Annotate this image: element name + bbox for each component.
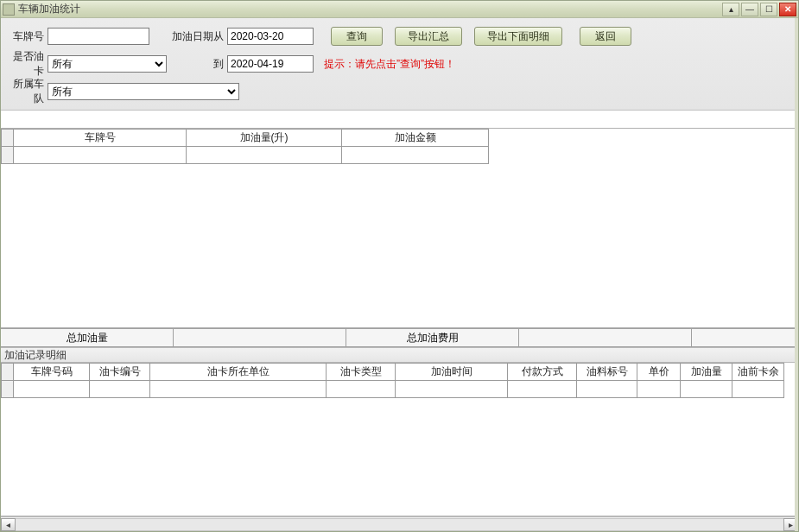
col-amount[interactable]: 加油金额 — [342, 130, 489, 147]
scroll-track[interactable] — [16, 518, 783, 531]
total-cost-label: 总加油费用 — [346, 329, 519, 346]
back-button[interactable]: 返回 — [580, 27, 631, 46]
detail-section-title: 加油记录明细 — [1, 347, 798, 363]
total-volume-label: 总加油量 — [1, 329, 174, 346]
titlebar: 车辆加油统计 ▴ ― ☐ ✕ — [1, 1, 798, 18]
dcol-price[interactable]: 单价 — [637, 364, 681, 381]
fuelcard-label: 是否油卡 — [6, 49, 48, 79]
fuelcard-select[interactable]: 所有 — [48, 55, 167, 73]
col-volume[interactable]: 加油量(升) — [187, 130, 342, 147]
date-from-label: 加油日期从 — [158, 29, 227, 44]
dcol-plate[interactable]: 车牌号码 — [14, 364, 90, 381]
export-detail-button[interactable]: 导出下面明细 — [474, 27, 562, 46]
total-cost-value — [519, 329, 692, 346]
horizontal-scrollbar[interactable]: ◂ ▸ — [1, 516, 798, 531]
window-maximize-button[interactable]: ☐ — [760, 3, 777, 16]
fleet-select[interactable]: 所有 — [48, 83, 239, 100]
totals-row: 总加油量 总加油费用 — [1, 328, 798, 347]
summary-grid[interactable]: 车牌号 加油量(升) 加油金额 — [1, 128, 798, 328]
row-header-corner — [2, 130, 14, 147]
dcol-grade[interactable]: 油料标号 — [577, 364, 637, 381]
dcol-time[interactable]: 加油时间 — [396, 364, 508, 381]
detail-grid[interactable]: 车牌号码 油卡编号 油卡所在单位 油卡类型 加油时间 付款方式 油料标号 单价 … — [1, 363, 798, 516]
date-to-input[interactable] — [227, 55, 314, 73]
dcol-cardunit[interactable]: 油卡所在单位 — [150, 364, 327, 381]
window-title: 车辆加油统计 — [18, 2, 80, 16]
window-close-button[interactable]: ✕ — [779, 3, 796, 16]
dcol-cardtype[interactable]: 油卡类型 — [327, 364, 396, 381]
query-button[interactable]: 查询 — [331, 27, 383, 46]
table-row[interactable] — [2, 147, 489, 164]
date-to-label: 到 — [158, 57, 227, 72]
plate-label: 车牌号 — [6, 29, 48, 44]
filter-panel: 车牌号 加油日期从 查询 导出汇总 导出下面明细 返回 是否油卡 所有 到 提示… — [1, 18, 798, 111]
app-icon — [3, 3, 15, 16]
window-restore-up-button[interactable]: ▴ — [722, 3, 739, 16]
plate-input[interactable] — [48, 28, 149, 45]
dcol-balance[interactable]: 油前卡余 — [732, 364, 784, 381]
window-border-right — [795, 18, 798, 531]
col-plate[interactable]: 车牌号 — [14, 130, 187, 147]
date-from-input[interactable] — [227, 28, 314, 45]
dcol-payment[interactable]: 付款方式 — [508, 364, 577, 381]
window-minimize-button[interactable]: ― — [741, 3, 758, 16]
dcol-volume[interactable]: 加油量 — [681, 364, 732, 381]
table-row[interactable] — [2, 381, 784, 398]
total-volume-value — [174, 329, 346, 346]
export-summary-button[interactable]: 导出汇总 — [395, 27, 462, 46]
hint-text: 提示：请先点击”查询”按钮！ — [324, 57, 455, 72]
dcol-cardno[interactable]: 油卡编号 — [90, 364, 150, 381]
scroll-left-button[interactable]: ◂ — [1, 518, 16, 531]
row-header-corner — [2, 364, 14, 381]
fleet-label: 所属车队 — [6, 77, 48, 106]
